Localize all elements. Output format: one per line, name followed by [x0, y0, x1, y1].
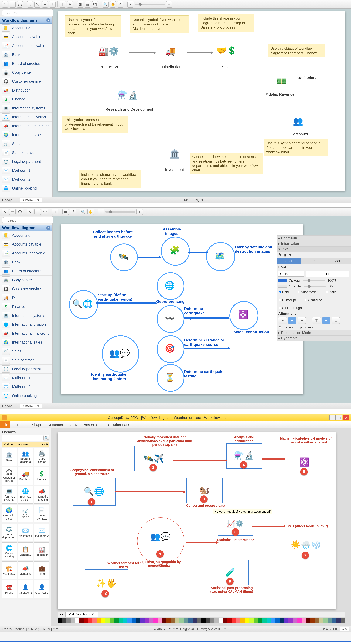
section-behaviour[interactable]: ▸ Behaviour — [277, 236, 351, 241]
library-item[interactable]: 👥Board of directors — [18, 448, 33, 466]
tool-zoom[interactable]: 🔍 — [102, 1, 109, 8]
library-item[interactable]: 📄Sale contract — [0, 148, 52, 157]
library-item[interactable]: 📒Accounting — [0, 231, 52, 240]
valign-bot[interactable]: ⊥ — [331, 317, 340, 324]
section-information[interactable]: ▸ Information — [277, 241, 351, 246]
maximize-button[interactable]: ▢ — [336, 415, 342, 420]
tool-line[interactable]: ＼ — [35, 1, 41, 8]
library-item[interactable]: 🏭Production — [34, 542, 50, 560]
library-item[interactable]: 🛒Sales — [0, 139, 52, 148]
library-item[interactable]: 🏦Bank — [0, 258, 52, 267]
search-input[interactable] — [2, 217, 58, 223]
tool-note[interactable]: ✎ — [67, 1, 73, 8]
style-fill-icon[interactable]: ▮ — [284, 253, 286, 257]
menu-solution-park[interactable]: Solution Park — [108, 423, 129, 427]
zoom-slider[interactable] — [105, 211, 135, 212]
library-item[interactable]: 💳Accounts payable — [0, 32, 52, 42]
canvas[interactable]: 🔍🌐 Start-up (define earthquake region) 🛰… — [53, 216, 351, 403]
node-staff-salary[interactable]: 💵 — [266, 72, 296, 91]
node-sales[interactable]: 🤝💲 — [212, 38, 242, 64]
menu-file[interactable]: File — [1, 421, 10, 428]
library-item[interactable]: 👤Operator 1 — [18, 580, 33, 598]
library-item[interactable]: 📣Internati... marketing — [34, 486, 50, 504]
chk-strike[interactable]: Strikethrough — [278, 306, 349, 310]
library-item[interactable]: 📣International marketing — [0, 329, 52, 338]
section-hypernote[interactable]: ▸ Hypernote — [277, 336, 351, 341]
library-item[interactable]: 🎧Customer service — [0, 284, 52, 293]
zoom-combo[interactable]: Custom 80% — [20, 198, 42, 202]
node-production[interactable]: 🏭⚙️ — [88, 39, 129, 64]
library-header[interactable]: Workflow diagrams × — [0, 17, 52, 24]
zoom-out[interactable]: − — [127, 1, 134, 8]
library-item[interactable]: 🌐Internati... division — [18, 486, 33, 504]
chk-super[interactable]: Superscript — [297, 290, 317, 294]
color-swatch[interactable] — [278, 280, 286, 282]
opacity-slider-2[interactable] — [304, 286, 326, 287]
tool-layout[interactable]: ⿻ — [92, 1, 98, 8]
tab-tabs[interactable]: Tabs — [301, 258, 326, 264]
library-item[interactable]: 🌐Online booking — [2, 542, 17, 560]
minimize-button[interactable]: — — [329, 415, 335, 420]
menu-shape[interactable]: Shape — [32, 423, 42, 427]
library-item[interactable]: 🌍International sales — [0, 338, 52, 347]
canvas[interactable]: Use this symbol for representing a Manuf… — [53, 9, 351, 197]
library-header[interactable]: Workflow diagrams × — [0, 225, 52, 231]
library-item[interactable]: 💳Accounts payable — [0, 240, 52, 249]
library-item[interactable]: 📒Accounting — [0, 24, 52, 32]
tab-more[interactable]: More — [326, 258, 351, 264]
library-item[interactable]: 📣International marketing — [0, 122, 52, 130]
library-item[interactable]: ✉️Mailroom 1 — [18, 524, 33, 541]
tool-pointer[interactable]: ↖ — [2, 1, 8, 8]
tool-hand[interactable]: ✋ — [110, 1, 116, 8]
tool-arc[interactable]: ⤴ — [49, 1, 56, 8]
canvas[interactable]: 🔍🌐 1 Geophysical environment of ground, … — [51, 428, 350, 626]
library-item[interactable]: 💻Informati... systems — [2, 486, 17, 504]
library-item[interactable]: ✉️Mailroom 1 — [0, 166, 52, 175]
chk-underline[interactable]: Underline — [304, 298, 322, 302]
library-item[interactable]: 💲Finance — [0, 302, 52, 311]
tool-chain[interactable]: ⛓ — [85, 1, 91, 8]
tool-ellipse[interactable]: ◯ — [17, 209, 23, 215]
library-item[interactable]: 👤Operator 2 — [34, 580, 50, 598]
tool-tree[interactable]: ⊞ — [62, 209, 69, 215]
tool-zoom[interactable]: 🔍 — [80, 209, 86, 215]
library-item[interactable]: 🛒Sales — [0, 347, 52, 356]
align-center[interactable]: ≡ — [288, 317, 296, 324]
menu-view[interactable]: View — [69, 423, 77, 427]
library-item[interactable]: 👥Board of directors — [0, 59, 52, 68]
library-item[interactable]: 🌐Online booking — [0, 184, 52, 193]
library-item[interactable]: ⚖️Legal department — [0, 364, 52, 374]
lib-search[interactable] — [2, 435, 43, 441]
library-item[interactable]: ☎️Phone — [2, 580, 17, 598]
valign-mid[interactable]: ≡ — [322, 317, 330, 324]
library-item[interactable]: 🏦Bank — [2, 448, 17, 466]
node-personnel[interactable]: 👥 — [280, 110, 316, 132]
tool-pointer[interactable]: ↖ — [2, 209, 8, 215]
library-item[interactable]: 🌐International division — [0, 113, 52, 122]
library-item[interactable]: 💲Finance — [0, 95, 52, 104]
valign-top[interactable]: ⊤ — [312, 317, 321, 324]
close-icon[interactable]: × — [46, 226, 51, 230]
tool-tree[interactable]: ⊞ — [77, 1, 84, 8]
tab-general[interactable]: General — [277, 258, 301, 264]
zoom-in[interactable]: ＋ — [166, 1, 172, 8]
library-item[interactable]: 📑Accounts receivable — [0, 42, 52, 50]
search-input[interactable] — [2, 10, 58, 16]
tool-connector[interactable]: ↘ — [27, 1, 33, 8]
section-presentation[interactable]: ▸ Presentation Mode — [277, 330, 351, 336]
library-item[interactable]: 💻Information systems — [0, 311, 52, 320]
node-rnd[interactable]: ⚗️🔬 — [110, 82, 146, 107]
library-item[interactable]: ✉️Mailroom 2 — [0, 382, 52, 391]
library-item[interactable]: ⚖️Legal departme... — [2, 524, 17, 541]
library-item[interactable]: 📄Sale contract — [0, 356, 52, 364]
library-item[interactable]: 💻Information systems — [0, 104, 52, 113]
style-font-icon[interactable]: A — [289, 253, 291, 257]
zoom-combo[interactable]: Custom 66% — [20, 404, 42, 408]
library-item[interactable]: 👥Board of directors — [0, 267, 52, 276]
align-right[interactable]: ≡ — [297, 317, 306, 324]
library-item[interactable]: 🖨️Copy center — [34, 448, 50, 466]
tool-text[interactable]: T — [60, 1, 66, 8]
library-item[interactable]: 📄Sale contract — [34, 505, 50, 522]
font-size[interactable] — [306, 271, 349, 277]
lib-group-buttons[interactable]: ▭ ✕ — [42, 442, 48, 446]
